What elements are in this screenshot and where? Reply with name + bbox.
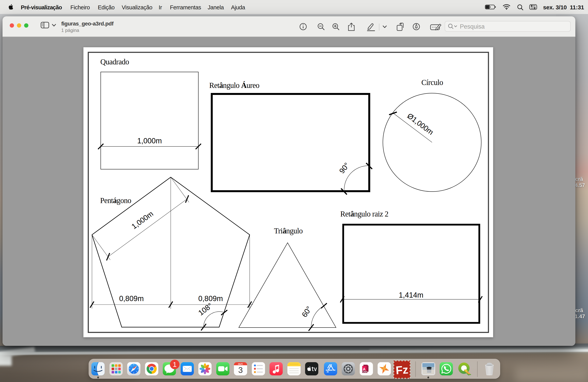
svg-text:1,000m: 1,000m	[130, 210, 155, 231]
svg-text:3: 3	[238, 365, 243, 375]
svg-text:Fz: Fz	[395, 363, 409, 377]
svg-text:Pentágono: Pentágono	[100, 196, 131, 205]
svg-text:Ø1,000m: Ø1,000m	[406, 112, 435, 137]
svg-text:108°: 108°	[197, 301, 214, 317]
svg-text:90°: 90°	[338, 161, 351, 175]
svg-text:Quadrado: Quadrado	[100, 58, 129, 66]
svg-text:1,000m: 1,000m	[137, 137, 162, 145]
svg-text:Retângulo raiz 2: Retângulo raiz 2	[340, 210, 388, 218]
svg-text:CAD: CAD	[363, 371, 367, 373]
svg-text:1: 1	[173, 361, 177, 368]
svg-text:Triângulo: Triângulo	[274, 227, 303, 235]
svg-text:Retângulo Áureo: Retângulo Áureo	[209, 81, 259, 90]
svg-text:60°: 60°	[300, 305, 313, 318]
svg-text:0,809m: 0,809m	[119, 295, 144, 303]
svg-text:1,414m: 1,414m	[399, 291, 423, 299]
svg-text:OUT.: OUT.	[238, 363, 243, 365]
svg-text:0,809m: 0,809m	[198, 295, 223, 303]
svg-text:Círculo: Círculo	[421, 78, 443, 86]
